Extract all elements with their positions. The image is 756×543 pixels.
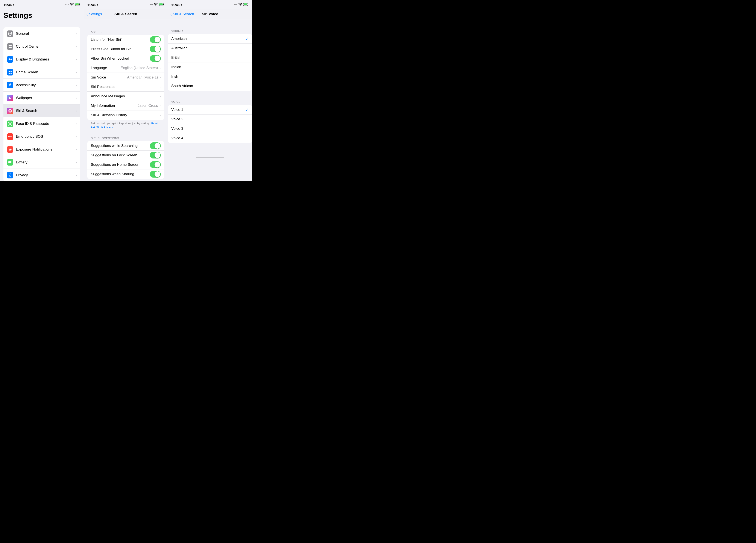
settings-row-faceid[interactable]: Face ID & Passcode › (3, 117, 80, 130)
suggestions-home-row[interactable]: Suggestions on Home Screen (87, 160, 164, 170)
exposure-chevron: › (76, 148, 77, 151)
settings-row-sos[interactable]: SOS Emergency SOS › (3, 130, 80, 143)
siri-search-list: ASK SIRI Listen for "Hey Siri" Press Sid… (84, 19, 168, 181)
settings-row-privacy[interactable]: Privacy › (3, 169, 80, 181)
allow-locked-toggle[interactable] (150, 55, 161, 62)
accessibility-label: Accessibility (16, 83, 76, 87)
location-icon-left: ◂ (12, 3, 14, 6)
voice1-label: Voice 1 (171, 108, 245, 112)
sos-icon: SOS (7, 133, 13, 140)
my-info-row[interactable]: My Information Jason Cross › (87, 101, 164, 111)
battery-icon-right (243, 3, 249, 6)
status-icons-middle: ▪▪▪ (150, 3, 164, 6)
hey-siri-toggle[interactable] (150, 36, 161, 43)
svg-point-3 (10, 33, 11, 34)
variety-australian[interactable]: Australian (168, 44, 252, 53)
battery-chevron: › (76, 161, 77, 164)
ask-siri-group: Listen for "Hey Siri" Press Side Button … (87, 35, 164, 120)
home-screen-chevron: › (76, 70, 77, 74)
suggestions-lock-row[interactable]: Suggestions on Lock Screen (87, 151, 164, 160)
faceid-chevron: › (76, 122, 77, 126)
allow-locked-row[interactable]: Allow Siri When Locked (87, 54, 164, 63)
variety-british[interactable]: British (168, 53, 252, 62)
wifi-icon-middle (154, 3, 158, 6)
announce-chevron: › (160, 94, 161, 98)
suggestions-sharing-label: Suggestions when Sharing (91, 172, 150, 176)
settings-row-control-center[interactable]: Control Center › (3, 40, 80, 53)
svg-rect-8 (9, 71, 10, 72)
south-african-label: South African (171, 84, 249, 88)
home-bar-right (196, 157, 224, 158)
general-chevron: › (76, 32, 77, 36)
announce-label: Announce Messages (91, 94, 160, 98)
settings-section-main: General › Control Center › (3, 27, 80, 181)
variety-group: American ✓ Australian British Indian I (168, 34, 252, 91)
svg-rect-19 (8, 125, 9, 126)
settings-row-home-screen[interactable]: Home Screen › (3, 66, 80, 79)
suggestions-home-toggle[interactable] (150, 161, 161, 168)
dictation-history-row[interactable]: Siri & Dictation History › (87, 111, 164, 120)
location-icon-right: ◂ (180, 3, 182, 6)
battery-icon (7, 159, 13, 166)
variety-american[interactable]: American ✓ (168, 34, 252, 44)
suggestions-sharing-toggle[interactable] (150, 171, 161, 178)
sos-label: Emergency SOS (16, 135, 76, 139)
control-center-icon (7, 43, 13, 50)
privacy-label: Privacy (16, 173, 76, 177)
siri-search-panel: 11:46 ◂ ▪▪▪ (84, 0, 168, 181)
voice-header: VOICE (168, 98, 252, 105)
siri-responses-row[interactable]: Siri Responses › (87, 82, 164, 92)
suggestions-lock-toggle[interactable] (150, 152, 161, 159)
settings-row-battery[interactable]: Battery › (3, 156, 80, 169)
settings-row-wallpaper[interactable]: Wallpaper › (3, 92, 80, 105)
variety-irish[interactable]: Irish (168, 72, 252, 81)
svg-point-12 (10, 83, 11, 84)
svg-rect-6 (9, 47, 10, 48)
suggestions-lock-label: Suggestions on Lock Screen (91, 153, 150, 158)
settings-row-general[interactable]: General › (3, 27, 80, 40)
display-icon: AA (7, 56, 13, 63)
settings-row-accessibility[interactable]: Accessibility › (3, 79, 80, 92)
ask-siri-info: Siri can help you get things done just b… (84, 120, 168, 129)
language-chevron: › (160, 66, 161, 70)
siri-suggestions-header: SIRI SUGGESTIONS (84, 135, 168, 141)
time-right: 11:46 ◂ (171, 3, 182, 7)
voice-3[interactable]: Voice 3 (168, 124, 252, 133)
settings-row-display[interactable]: AA Display & Brightness › (3, 53, 80, 66)
privacy-icon (7, 172, 13, 179)
language-row[interactable]: Language English (United States) › (87, 63, 164, 73)
siri-voice-row[interactable]: Siri Voice American (Voice 1) › (87, 73, 164, 82)
nav-bar-middle: ‹ Settings Siri & Search (84, 9, 168, 19)
my-info-value: Jason Cross (138, 104, 158, 108)
settings-row-siri[interactable]: Siri & Search › (3, 105, 80, 117)
settings-row-exposure[interactable]: Exposure Notifications › (3, 143, 80, 156)
back-to-siri[interactable]: ‹ Siri & Search (170, 12, 194, 16)
announce-messages-row[interactable]: Announce Messages › (87, 92, 164, 101)
general-label: General (16, 32, 76, 36)
dictation-history-label: Siri & Dictation History (91, 113, 160, 117)
time-middle: 11:46 ◂ (87, 3, 98, 7)
variety-south-african[interactable]: South African (168, 81, 252, 91)
voice1-checkmark: ✓ (245, 108, 249, 112)
battery-icon-left: ⚡ (75, 3, 80, 6)
back-to-settings[interactable]: ‹ Settings (87, 12, 102, 16)
suggestions-sharing-row[interactable]: Suggestions when Sharing (87, 170, 164, 179)
svg-rect-5 (10, 45, 12, 46)
voice4-label: Voice 4 (171, 136, 249, 140)
side-button-row[interactable]: Press Side Button for Siri (87, 44, 164, 54)
svg-rect-20 (11, 125, 12, 126)
suggestions-searching-toggle[interactable] (150, 142, 161, 149)
my-info-chevron: › (160, 104, 161, 108)
voice-4[interactable]: Voice 4 (168, 133, 252, 143)
accessibility-icon (7, 82, 13, 88)
language-label: Language (91, 66, 121, 70)
wallpaper-chevron: › (76, 96, 77, 100)
suggestions-searching-row[interactable]: Suggestions while Searching (87, 141, 164, 151)
voice-1[interactable]: Voice 1 ✓ (168, 105, 252, 115)
voice-2[interactable]: Voice 2 (168, 115, 252, 124)
side-button-toggle[interactable] (150, 46, 161, 52)
variety-indian[interactable]: Indian (168, 62, 252, 72)
svg-rect-7 (10, 47, 12, 48)
signal-icon-left: ▪▪▪ (65, 3, 69, 6)
hey-siri-row[interactable]: Listen for "Hey Siri" (87, 35, 164, 44)
